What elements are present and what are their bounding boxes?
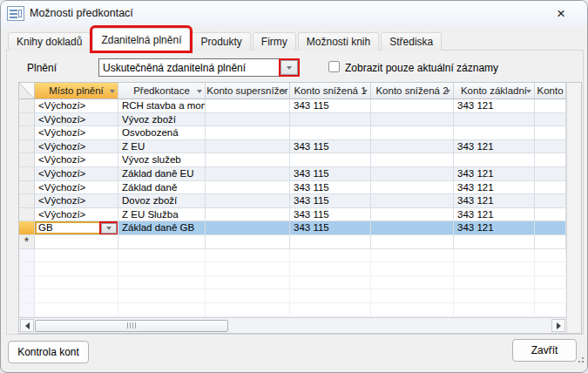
row-selector[interactable]: [19, 153, 35, 167]
show-current-records-checkbox[interactable]: [328, 61, 340, 72]
resize-grip[interactable]: [578, 361, 580, 363]
grid-cell[interactable]: 343 115: [290, 221, 371, 235]
grid-cell[interactable]: <Výchozí>: [35, 126, 118, 140]
grid-cell[interactable]: RCH stavba a mon: [118, 99, 206, 113]
grid-cell[interactable]: Základ daně GB: [118, 221, 206, 235]
grid-cell[interactable]: [206, 99, 290, 113]
grid-cell[interactable]: 343 121: [454, 221, 535, 235]
grid-cell[interactable]: <Výchozí>: [35, 167, 118, 181]
grid-cell[interactable]: GB: [35, 221, 118, 235]
column-header-predkontace[interactable]: Předkontace: [118, 83, 206, 99]
zavrit-button[interactable]: Zavřít: [512, 339, 577, 362]
grid-cell[interactable]: <Výchozí>: [35, 181, 118, 195]
grid-cell[interactable]: [206, 113, 290, 127]
grid-cell[interactable]: 343 115: [290, 181, 371, 195]
column-header-konto[interactable]: Konto: [535, 83, 566, 99]
grid-cell[interactable]: [535, 126, 566, 140]
grid-cell[interactable]: [206, 208, 290, 222]
horizontal-scrollbar[interactable]: [19, 317, 566, 333]
grid-cell[interactable]: Dovoz zboží: [118, 194, 206, 208]
grid-cell[interactable]: Vývoz služeb: [118, 153, 206, 167]
grid-cell[interactable]: [290, 113, 371, 127]
grid-cell[interactable]: [206, 126, 290, 140]
grid-cell[interactable]: 343 115: [290, 99, 371, 113]
grid-cell[interactable]: [535, 153, 566, 167]
grid-cell[interactable]: <Výchozí>: [35, 153, 118, 167]
grid-cell[interactable]: [371, 194, 454, 208]
tab-moznosti-knih[interactable]: Možnosti knih: [298, 32, 379, 51]
grid-cell[interactable]: Z EU Služba: [118, 208, 206, 222]
tab-zdanitelna-plneni[interactable]: Zdanitelná plnění: [92, 28, 190, 51]
row-selector[interactable]: [19, 181, 35, 195]
scroll-left-button[interactable]: [20, 319, 34, 332]
vertical-scrollbar[interactable]: [566, 83, 581, 333]
grid-cell[interactable]: [535, 208, 566, 222]
grid-cell[interactable]: [535, 113, 566, 127]
tab-knihy-dokladu[interactable]: Knihy dokladů: [8, 32, 91, 51]
grid-cell[interactable]: 343 115: [290, 140, 371, 154]
scrollbar-thumb[interactable]: [35, 320, 228, 332]
grid-cell[interactable]: [35, 235, 118, 249]
grid-cell[interactable]: 343 115: [290, 208, 371, 222]
grid-cell[interactable]: 343 121: [454, 194, 535, 208]
grid-cell[interactable]: <Výchozí>: [35, 194, 118, 208]
row-selector[interactable]: [19, 140, 35, 154]
cell-combo-dropdown-button[interactable]: [101, 223, 117, 234]
grid-cell[interactable]: <Výchozí>: [35, 208, 118, 222]
grid-cell[interactable]: Základ daně EU: [118, 167, 206, 181]
tab-produkty[interactable]: Produkty: [192, 32, 250, 51]
row-selector[interactable]: [19, 99, 35, 113]
plneni-combo[interactable]: Uskutečněná zdanitelná plnění: [98, 58, 300, 77]
grid-cell[interactable]: [371, 140, 454, 154]
kontrola-kont-button[interactable]: Kontrola kont: [8, 341, 89, 363]
grid-cell[interactable]: [290, 126, 371, 140]
grid-cell[interactable]: [206, 221, 290, 235]
column-header-misto-plneni[interactable]: Místo plnění: [35, 83, 118, 99]
column-header-konto-supersnizer[interactable]: Konto supersnížer: [206, 83, 290, 99]
grid-cell[interactable]: <Výchozí>: [35, 99, 118, 113]
grid-cell[interactable]: <Výchozí>: [35, 140, 118, 154]
grid-cell[interactable]: 343 115: [290, 167, 371, 181]
grid-cell[interactable]: [535, 194, 566, 208]
grid-cell[interactable]: [535, 167, 566, 181]
grid-cell[interactable]: [535, 140, 566, 154]
grid-cell[interactable]: Osvobozená: [118, 126, 206, 140]
grid-cell[interactable]: [206, 194, 290, 208]
grid-cell[interactable]: [290, 235, 371, 249]
column-header-konto-zakladni[interactable]: Konto základní: [454, 83, 535, 99]
grid-cell[interactable]: [371, 153, 454, 167]
row-selector[interactable]: [19, 126, 35, 140]
grid-cell[interactable]: [454, 113, 535, 127]
grid-cell[interactable]: [206, 167, 290, 181]
grid-cell[interactable]: 343 121: [454, 167, 535, 181]
grid-cell[interactable]: [454, 235, 535, 249]
grid-cell[interactable]: [118, 235, 206, 249]
select-all-corner[interactable]: [19, 83, 35, 99]
column-header-konto-snizena-2[interactable]: Konto snížená 2: [371, 83, 454, 99]
grid-cell[interactable]: [371, 113, 454, 127]
grid-cell[interactable]: Vývoz zboží: [118, 113, 206, 127]
tab-firmy[interactable]: Firmy: [253, 32, 296, 51]
grid-cell[interactable]: [371, 126, 454, 140]
scroll-right-button[interactable]: [551, 319, 565, 332]
row-selector[interactable]: [19, 194, 35, 208]
close-button[interactable]: ×: [544, 3, 578, 25]
grid-cell[interactable]: [206, 181, 290, 195]
grid-cell[interactable]: <Výchozí>: [35, 113, 118, 127]
row-selector[interactable]: [19, 113, 35, 127]
row-selector[interactable]: [19, 221, 35, 235]
column-header-konto-snizena-1[interactable]: Konto snížená 1: [290, 83, 371, 99]
grid-cell[interactable]: [535, 235, 566, 249]
grid-cell[interactable]: [206, 153, 290, 167]
combo-dropdown-button[interactable]: [280, 60, 298, 75]
grid-cell[interactable]: 343 121: [454, 208, 535, 222]
grid-cell[interactable]: [535, 221, 566, 235]
grid-cell[interactable]: [371, 235, 454, 249]
grid-cell[interactable]: [454, 126, 535, 140]
grid-cell[interactable]: [371, 181, 454, 195]
grid-cell[interactable]: [206, 140, 290, 154]
grid-cell[interactable]: 343 121: [454, 181, 535, 195]
grid-cell[interactable]: [454, 153, 535, 167]
grid-cell[interactable]: 343 115: [290, 194, 371, 208]
grid-cell[interactable]: Základ daně: [118, 181, 206, 195]
